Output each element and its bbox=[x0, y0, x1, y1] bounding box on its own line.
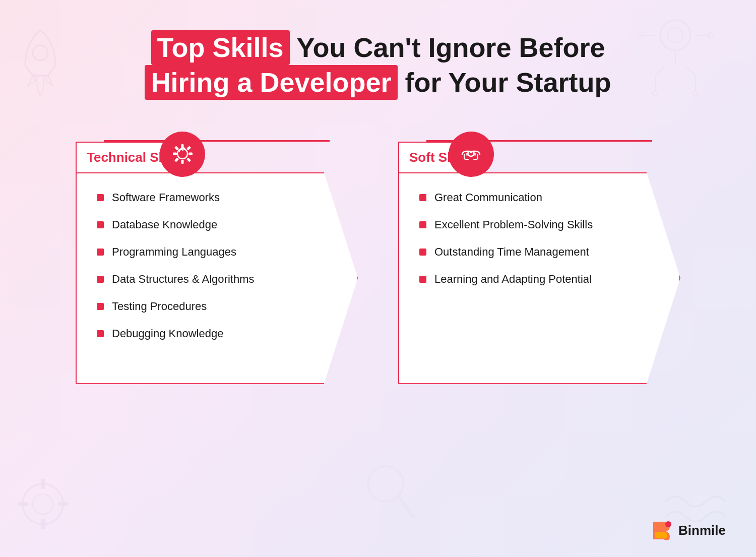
cards-container: Technical Skills bbox=[76, 140, 680, 384]
svg-rect-23 bbox=[188, 153, 193, 155]
skill-text: Programming Languages bbox=[112, 245, 236, 259]
list-item: Learning and Adapting Potential bbox=[419, 273, 659, 286]
bullet-icon bbox=[97, 194, 104, 201]
main-content: Top Skills You Can't Ignore Before Hirin… bbox=[0, 0, 756, 384]
list-item: Data Structures & Algorithms bbox=[97, 273, 337, 286]
list-item: Excellent Problem-Solving Skills bbox=[419, 218, 659, 231]
skill-text: Excellent Problem-Solving Skills bbox=[434, 218, 593, 231]
title-line2: Hiring a Developer for Your Startup bbox=[145, 65, 611, 100]
bullet-icon bbox=[97, 276, 104, 283]
skill-text: Debugging Knowledge bbox=[112, 327, 223, 340]
skill-text: Database Knowledge bbox=[112, 218, 217, 231]
technical-card-header-wrapper: Technical Skills bbox=[76, 142, 195, 173]
skill-text: Data Structures & Algorithms bbox=[112, 273, 254, 286]
magnifier-decoration bbox=[363, 461, 418, 527]
list-item: Outstanding Time Management bbox=[419, 245, 659, 259]
title-section: Top Skills You Can't Ignore Before Hirin… bbox=[145, 30, 611, 100]
logo-section: Binmile bbox=[651, 519, 726, 542]
bullet-icon bbox=[97, 303, 104, 310]
technical-skills-icon bbox=[160, 132, 205, 177]
soft-skills-icon bbox=[449, 132, 494, 177]
gear-decoration-bl bbox=[10, 471, 76, 537]
list-item: Programming Languages bbox=[97, 245, 337, 259]
title-plain-1: You Can't Ignore Before bbox=[297, 32, 605, 63]
list-item: Database Knowledge bbox=[97, 218, 337, 231]
technical-skills-list: Software Frameworks Database Knowledge P… bbox=[97, 191, 337, 340]
svg-rect-6 bbox=[58, 502, 68, 506]
svg-point-1 bbox=[23, 484, 63, 524]
bullet-icon bbox=[419, 276, 426, 283]
skill-text: Software Frameworks bbox=[112, 191, 220, 204]
svg-point-2 bbox=[33, 494, 53, 514]
svg-rect-21 bbox=[181, 160, 183, 164]
title-line1: Top Skills You Can't Ignore Before bbox=[145, 30, 611, 65]
skill-text: Outstanding Time Management bbox=[434, 245, 589, 259]
list-item: Debugging Knowledge bbox=[97, 327, 337, 340]
list-item: Testing Procedures bbox=[97, 300, 337, 313]
svg-point-30 bbox=[665, 521, 671, 527]
skill-text: Testing Procedures bbox=[112, 300, 207, 313]
bullet-icon bbox=[97, 221, 104, 228]
title-highlight-2: Hiring a Developer bbox=[145, 65, 397, 100]
list-item: Software Frameworks bbox=[97, 191, 337, 204]
svg-line-17 bbox=[398, 497, 413, 517]
binmile-logo-text: Binmile bbox=[678, 523, 726, 538]
title-plain-2: for Your Startup bbox=[405, 67, 611, 97]
soft-card-header-wrapper: Soft Skills bbox=[398, 142, 484, 173]
bullet-icon bbox=[97, 330, 104, 337]
technical-skills-card: Technical Skills bbox=[76, 140, 358, 384]
bullet-icon bbox=[419, 194, 426, 201]
skill-text: Learning and Adapting Potential bbox=[434, 273, 592, 286]
bullet-icon bbox=[419, 249, 426, 256]
svg-rect-22 bbox=[173, 153, 177, 155]
soft-skills-card: Soft Skills bbox=[398, 140, 680, 384]
title-highlight-1: Top Skills bbox=[151, 30, 290, 65]
soft-card-body: Great Communication Excellent Problem-So… bbox=[398, 172, 680, 384]
technical-card-body: Software Frameworks Database Knowledge P… bbox=[76, 172, 358, 384]
bullet-icon bbox=[419, 221, 426, 228]
soft-skills-list: Great Communication Excellent Problem-So… bbox=[419, 191, 659, 286]
binmile-logo-icon bbox=[651, 519, 673, 542]
list-item: Great Communication bbox=[419, 191, 659, 204]
svg-rect-5 bbox=[18, 502, 28, 506]
svg-rect-3 bbox=[41, 479, 45, 489]
svg-rect-4 bbox=[41, 519, 45, 529]
bullet-icon bbox=[97, 249, 104, 256]
skill-text: Great Communication bbox=[434, 191, 542, 204]
